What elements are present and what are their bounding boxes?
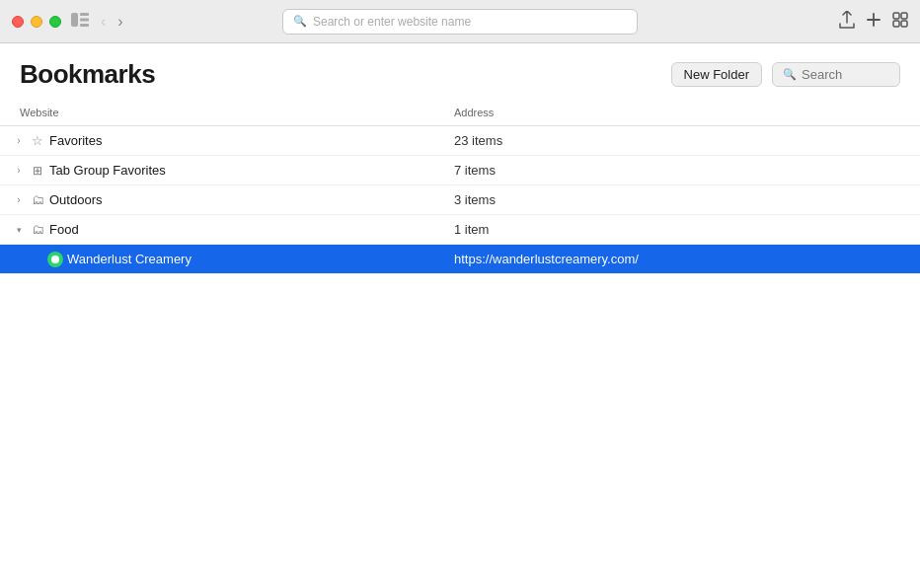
col-website-header: Website xyxy=(0,104,444,121)
cell-address: 7 items xyxy=(444,159,920,182)
table-row[interactable]: ▾ 🗂 Food 1 item xyxy=(0,215,920,245)
search-box[interactable]: 🔍 xyxy=(772,62,900,87)
svg-rect-6 xyxy=(893,13,899,19)
cell-website: › ⊞ Tab Group Favorites xyxy=(0,159,444,183)
svg-rect-2 xyxy=(80,19,89,22)
col-address-header: Address xyxy=(444,104,920,121)
svg-rect-8 xyxy=(893,21,899,27)
minimize-button[interactable] xyxy=(31,16,42,28)
svg-rect-1 xyxy=(80,13,89,16)
folder-icon: 🗂 xyxy=(30,192,45,208)
page-title: Bookmarks xyxy=(20,59,155,90)
tabs-overview-button[interactable] xyxy=(892,12,908,31)
traffic-lights xyxy=(12,16,61,28)
svg-rect-0 xyxy=(71,13,78,27)
search-icon: 🔍 xyxy=(293,15,307,28)
tab-group-icon: ⊞ xyxy=(30,163,45,179)
table-row[interactable]: › 🗂 Outdoors 3 items xyxy=(0,185,920,215)
svg-rect-3 xyxy=(80,24,89,27)
folder-icon: 🗂 xyxy=(30,222,45,238)
close-button[interactable] xyxy=(12,16,24,28)
cell-address: 23 items xyxy=(444,129,920,152)
cell-website: › 🗂 Outdoors xyxy=(0,188,444,212)
search-input[interactable] xyxy=(802,67,890,82)
chevron-right-icon: › xyxy=(12,135,26,146)
row-name: Food xyxy=(49,222,79,237)
maximize-button[interactable] xyxy=(49,16,61,28)
back-button[interactable]: ‹ xyxy=(97,13,110,31)
add-tab-button[interactable] xyxy=(867,13,881,30)
cell-address: 1 item xyxy=(444,218,920,241)
cell-website: Wanderlust Creamery xyxy=(0,248,444,271)
svg-rect-7 xyxy=(901,13,907,19)
cell-address: https://wanderlustcreamery.com/ xyxy=(444,248,920,270)
share-button[interactable] xyxy=(839,11,855,32)
url-placeholder: Search or enter website name xyxy=(313,15,471,29)
bookmarks-header: Bookmarks New Folder 🔍 xyxy=(0,43,920,100)
url-bar[interactable]: 🔍 Search or enter website name xyxy=(282,9,638,35)
row-name: Favorites xyxy=(49,133,102,148)
row-name: Tab Group Favorites xyxy=(49,163,166,178)
title-bar: ‹ › 🔍 Search or enter website name xyxy=(0,0,920,43)
bookmarks-table: Website Address › ☆ Favorites 23 items ›… xyxy=(0,100,920,588)
forward-button[interactable]: › xyxy=(114,13,126,31)
table-row[interactable]: › ⊞ Tab Group Favorites 7 items xyxy=(0,156,920,185)
title-bar-right xyxy=(839,11,908,32)
chevron-down-icon: ▾ xyxy=(12,225,26,235)
cell-website: ▾ 🗂 Food xyxy=(0,218,444,242)
svg-rect-9 xyxy=(901,21,907,27)
sidebar-toggle[interactable] xyxy=(71,13,89,30)
new-folder-button[interactable]: New Folder xyxy=(671,62,762,87)
website-favicon xyxy=(47,252,63,267)
cell-website: › ☆ Favorites xyxy=(0,129,444,153)
row-name: Outdoors xyxy=(49,192,102,207)
chevron-right-icon: › xyxy=(12,194,26,205)
chevron-right-icon: › xyxy=(12,165,26,176)
header-actions: New Folder 🔍 xyxy=(671,62,900,87)
table-row[interactable]: Wanderlust Creamery https://wanderlustcr… xyxy=(0,245,920,274)
search-icon: 🔍 xyxy=(783,68,797,81)
table-header: Website Address xyxy=(0,100,920,126)
cell-address: 3 items xyxy=(444,188,920,211)
nav-buttons: ‹ › xyxy=(97,13,127,31)
row-name: Wanderlust Creamery xyxy=(67,252,192,266)
main-content: Bookmarks New Folder 🔍 Website Address ›… xyxy=(0,43,920,588)
table-row[interactable]: › ☆ Favorites 23 items xyxy=(0,126,920,156)
star-icon: ☆ xyxy=(30,133,45,149)
